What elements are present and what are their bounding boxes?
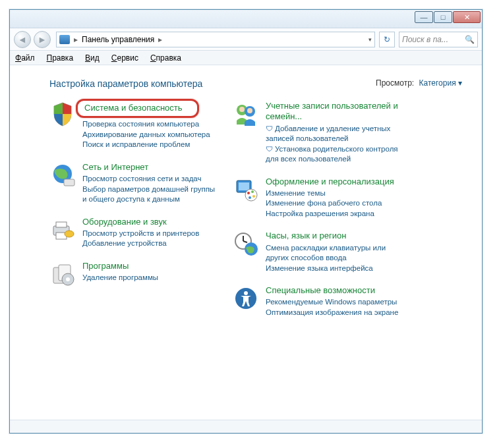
svg-rect-1 xyxy=(64,179,74,186)
category-users: Учетные записи пользователей и семейн...… xyxy=(233,101,404,165)
breadcrumb-separator: ▸ xyxy=(158,35,162,44)
refresh-button[interactable]: ↻ xyxy=(379,32,395,47)
address-bar[interactable]: ▸ Панель управления ▸ ▾ xyxy=(56,32,375,47)
category-link[interactable]: Оптимизация изображения на экране xyxy=(266,308,404,318)
svg-point-17 xyxy=(247,192,250,194)
appearance-icon xyxy=(233,177,259,203)
svg-point-9 xyxy=(66,277,70,281)
category-title-system-security[interactable]: Система и безопасность xyxy=(76,99,199,118)
category-accessibility: Специальные возможности Рекомендуемые Wi… xyxy=(233,285,404,318)
addressbar-dropdown-icon[interactable]: ▾ xyxy=(368,36,372,43)
search-placeholder: Поиск в па... xyxy=(402,35,448,44)
svg-point-13 xyxy=(247,108,252,113)
menu-tools[interactable]: Сервис xyxy=(111,53,138,63)
category-link[interactable]: Архивирование данных компьютера xyxy=(82,130,221,140)
breadcrumb-item[interactable]: Панель управления xyxy=(82,35,154,44)
globe-icon xyxy=(49,162,76,188)
svg-point-19 xyxy=(252,195,255,198)
category-title-accessibility[interactable]: Специальные возможности xyxy=(266,285,404,296)
category-system-security: Система и безопасность Проверка состояни… xyxy=(49,101,221,150)
minimize-button[interactable]: — xyxy=(415,11,433,23)
search-input[interactable]: Поиск в па... 🔍 xyxy=(399,32,478,47)
category-title-programs[interactable]: Программы xyxy=(82,261,221,271)
window-frame: — □ ✕ ◄ ► ▸ Панель управления ▸ ▾ ↻ Поис… xyxy=(9,9,483,434)
svg-point-18 xyxy=(251,190,254,193)
search-icon: 🔍 xyxy=(465,35,475,44)
category-title-users[interactable]: Учетные записи пользователей и семейн... xyxy=(266,101,404,123)
category-hardware: Оборудование и звук Просмотр устройств и… xyxy=(49,217,221,249)
menu-file[interactable]: Файл xyxy=(15,53,35,63)
category-link[interactable]: Выбор параметров домашней группы и общег… xyxy=(82,184,221,205)
category-link[interactable]: Просмотр устройств и принтеров xyxy=(82,229,221,239)
view-label: Просмотр: xyxy=(376,78,414,88)
breadcrumb-separator: ▸ xyxy=(74,35,78,44)
menu-edit[interactable]: Правка xyxy=(47,53,74,63)
category-appearance: Оформление и персонализация Изменение те… xyxy=(233,177,404,219)
menu-help[interactable]: Справка xyxy=(150,53,181,63)
view-dropdown[interactable]: Категория ▾ xyxy=(419,78,462,88)
category-link[interactable]: Добавление устройства xyxy=(82,238,221,249)
close-button[interactable]: ✕ xyxy=(453,11,481,23)
forward-button[interactable]: ► xyxy=(34,31,51,48)
titlebar[interactable]: — □ ✕ xyxy=(10,10,482,28)
svg-point-20 xyxy=(249,196,251,199)
category-title-network[interactable]: Сеть и Интернет xyxy=(82,162,221,173)
right-column: Учетные записи пользователей и семейн...… xyxy=(233,101,404,329)
category-programs: Программы Удаление программы xyxy=(49,261,221,287)
control-panel-icon xyxy=(59,35,70,44)
printer-icon xyxy=(49,217,76,243)
svg-point-5 xyxy=(65,231,74,237)
category-title-appearance[interactable]: Оформление и персонализация xyxy=(266,177,404,187)
clock-icon xyxy=(233,231,259,257)
category-clock-lang: Часы, язык и регион Смена раскладки клав… xyxy=(233,231,404,273)
shield-icon xyxy=(49,101,76,127)
category-link[interactable]: Проверка состояния компьютера xyxy=(82,119,221,130)
svg-point-16 xyxy=(245,189,257,201)
category-title-clock[interactable]: Часы, язык и регион xyxy=(266,231,404,241)
category-link[interactable]: Удаление программы xyxy=(82,273,221,283)
back-button[interactable]: ◄ xyxy=(14,31,31,48)
svg-rect-3 xyxy=(56,222,67,227)
category-link[interactable]: Настройка разрешения экрана xyxy=(266,209,404,219)
svg-rect-15 xyxy=(239,182,249,190)
programs-icon xyxy=(49,261,76,287)
menu-bar: Файл Правка Вид Сервис Справка xyxy=(10,51,482,65)
category-link[interactable]: Изменение фона рабочего стола xyxy=(266,198,404,209)
category-link[interactable]: Просмотр состояния сети и задач xyxy=(82,174,221,184)
category-link[interactable]: Установка родительского контроля для все… xyxy=(266,144,404,165)
maximize-button[interactable]: □ xyxy=(434,11,452,23)
category-link[interactable]: Изменение темы xyxy=(266,188,404,199)
category-link[interactable]: Добавление и удаление учетных записей по… xyxy=(266,124,404,144)
svg-point-26 xyxy=(244,291,248,295)
content-area: Настройка параметров компьютера Просмотр… xyxy=(10,65,482,418)
status-bar xyxy=(10,420,482,433)
view-selector: Просмотр: Категория ▾ xyxy=(376,78,462,88)
users-icon xyxy=(233,101,259,127)
category-link[interactable]: Рекомендуемые Windows параметры xyxy=(266,297,404,308)
category-title-hardware[interactable]: Оборудование и звук xyxy=(82,217,221,227)
category-network: Сеть и Интернет Просмотр состояния сети … xyxy=(49,162,221,205)
menu-view[interactable]: Вид xyxy=(85,53,100,63)
category-link[interactable]: Поиск и исправление проблем xyxy=(82,140,221,150)
left-column: Система и безопасность Проверка состояни… xyxy=(49,101,221,329)
accessibility-icon xyxy=(233,285,259,312)
category-link[interactable]: Смена раскладки клавиатуры или других сп… xyxy=(266,243,404,264)
svg-point-12 xyxy=(239,107,245,112)
navigation-toolbar: ◄ ► ▸ Панель управления ▸ ▾ ↻ Поиск в па… xyxy=(10,28,482,51)
category-link[interactable]: Изменение языка интерфейса xyxy=(266,264,404,274)
